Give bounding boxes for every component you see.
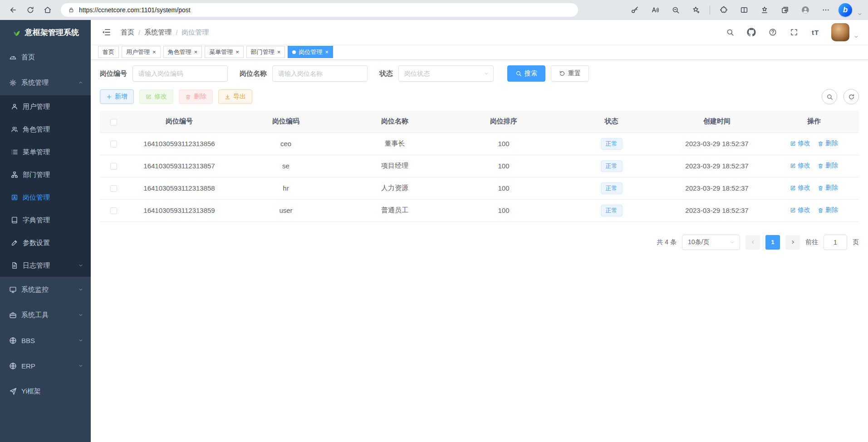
right-toolbar bbox=[822, 89, 859, 104]
table-row[interactable]: 1641030593112313858 hr 人力资源 100 正常 2023-… bbox=[100, 177, 859, 199]
system-management-submenu: 用户管理 角色管理 菜单管理 部门管理 bbox=[0, 95, 91, 277]
sidebar-item-role-management[interactable]: 角色管理 bbox=[0, 118, 91, 141]
fullscreen-button[interactable] bbox=[789, 27, 799, 38]
close-icon[interactable]: × bbox=[235, 49, 239, 55]
status-select-input[interactable] bbox=[398, 65, 494, 82]
sidebar-item-param-settings[interactable]: 参数设置 bbox=[0, 231, 91, 254]
sidebar-item-dept-management[interactable]: 部门管理 bbox=[0, 163, 91, 186]
close-icon[interactable]: × bbox=[152, 49, 156, 55]
sidebar-item-user-management[interactable]: 用户管理 bbox=[0, 95, 91, 118]
tab-user-management[interactable]: 用户管理 × bbox=[122, 46, 161, 58]
row-edit-link[interactable]: 修改 bbox=[790, 139, 810, 147]
page-size-select[interactable]: 10条/页 bbox=[682, 235, 740, 250]
zoom-button[interactable] bbox=[668, 2, 683, 18]
post-name-input[interactable] bbox=[272, 65, 368, 82]
browser-profile-button[interactable] bbox=[798, 2, 813, 18]
tab-dept-management[interactable]: 部门管理 × bbox=[246, 46, 285, 58]
sidebar-item-erp[interactable]: ERP bbox=[0, 353, 91, 378]
user-avatar[interactable] bbox=[831, 23, 849, 41]
row-edit-link[interactable]: 修改 bbox=[790, 206, 810, 214]
chevron-down-icon[interactable] bbox=[857, 11, 863, 17]
reset-button[interactable]: 重置 bbox=[551, 65, 589, 82]
header-search-button[interactable] bbox=[725, 27, 736, 38]
status-badge: 正常 bbox=[601, 182, 623, 194]
favorites-button[interactable] bbox=[757, 2, 772, 18]
add-button[interactable]: 新增 bbox=[100, 89, 134, 104]
search-button[interactable]: 搜索 bbox=[507, 65, 545, 82]
refresh-icon bbox=[848, 93, 855, 100]
password-key-button[interactable] bbox=[627, 2, 642, 18]
select-all-checkbox[interactable] bbox=[110, 119, 117, 126]
table-toolbar: 新增 修改 删除 导出 bbox=[100, 89, 859, 104]
table-row[interactable]: 1641030593112313856 ceo 董事长 100 正常 2023-… bbox=[100, 133, 859, 155]
row-checkbox[interactable] bbox=[110, 163, 117, 170]
breadcrumb-home[interactable]: 首页 bbox=[121, 28, 134, 37]
app-navbar: 首页 / 系统管理 / 岗位管理 bbox=[91, 20, 868, 44]
post-code-input[interactable] bbox=[132, 65, 228, 82]
row-checkbox[interactable] bbox=[110, 141, 117, 147]
sidebar-item-home[interactable]: 首页 bbox=[0, 44, 91, 70]
edit-icon bbox=[11, 239, 18, 246]
more-icon bbox=[822, 6, 830, 14]
close-icon[interactable]: × bbox=[325, 49, 329, 55]
table-row[interactable]: 1641030593112313857 se 项目经理 100 正常 2023-… bbox=[100, 155, 859, 177]
refresh-table-button[interactable] bbox=[843, 89, 859, 104]
sidebar-item-menu-management[interactable]: 菜单管理 bbox=[0, 141, 91, 163]
sidebar-item-dict-management[interactable]: 字典管理 bbox=[0, 209, 91, 231]
help-button[interactable] bbox=[767, 27, 778, 38]
page-number-button[interactable]: 1 bbox=[765, 235, 780, 250]
browser-back-button[interactable] bbox=[5, 2, 21, 18]
edit-button[interactable]: 修改 bbox=[139, 89, 173, 104]
row-delete-link[interactable]: 删除 bbox=[818, 206, 838, 214]
row-delete-link[interactable]: 删除 bbox=[818, 184, 838, 192]
extensions-button[interactable] bbox=[716, 2, 731, 18]
tab-post-management[interactable]: 岗位管理 × bbox=[288, 46, 333, 58]
cell-post-name: 普通员工 bbox=[340, 199, 449, 221]
sidebar-item-log-management[interactable]: 日志管理 bbox=[0, 254, 91, 277]
sidebar-item-post-management[interactable]: 岗位管理 bbox=[0, 186, 91, 209]
tab-role-management[interactable]: 角色管理 × bbox=[163, 46, 202, 58]
table-row[interactable]: 1641030593112313859 user 普通员工 100 正常 202… bbox=[100, 199, 859, 221]
split-screen-button[interactable] bbox=[736, 2, 752, 18]
sidebar-item-system-monitor[interactable]: 系统监控 bbox=[0, 277, 91, 302]
row-delete-link[interactable]: 删除 bbox=[818, 139, 838, 147]
close-icon[interactable]: × bbox=[277, 49, 281, 55]
tab-menu-management[interactable]: 菜单管理 × bbox=[205, 46, 244, 58]
tab-home[interactable]: 首页 bbox=[98, 46, 119, 58]
sidebar-item-yi-framework[interactable]: Yi框架 bbox=[0, 378, 91, 404]
github-link-button[interactable] bbox=[746, 27, 757, 38]
prev-page-button[interactable] bbox=[745, 235, 760, 250]
breadcrumb-system[interactable]: 系统管理 bbox=[144, 28, 172, 37]
read-aloud-button[interactable] bbox=[647, 2, 663, 18]
browser-menu-button[interactable] bbox=[818, 2, 834, 18]
next-page-button[interactable] bbox=[785, 235, 800, 250]
status-select[interactable] bbox=[398, 65, 494, 82]
lock-icon bbox=[68, 7, 74, 13]
delete-button[interactable]: 删除 bbox=[179, 89, 213, 104]
bing-discover-button[interactable]: b bbox=[839, 3, 852, 17]
font-size-button[interactable]: tT bbox=[810, 27, 821, 38]
row-checkbox[interactable] bbox=[110, 207, 117, 214]
address-bar[interactable]: https://ccnetcore.com:1101/system/post bbox=[61, 3, 578, 17]
row-checkbox[interactable] bbox=[110, 185, 117, 192]
browser-home-button[interactable] bbox=[40, 2, 55, 18]
row-edit-link[interactable]: 修改 bbox=[790, 162, 810, 170]
main-area: 首页 / 系统管理 / 岗位管理 bbox=[91, 20, 868, 442]
sidebar-item-system-tools[interactable]: 系统工具 bbox=[0, 302, 91, 328]
add-favorite-button[interactable] bbox=[688, 2, 704, 18]
collections-button[interactable] bbox=[777, 2, 793, 18]
tags-view: 首页 用户管理 × 角色管理 × 菜单管理 × 部门管理 × bbox=[91, 44, 868, 60]
export-button[interactable]: 导出 bbox=[218, 89, 252, 104]
row-edit-link[interactable]: 修改 bbox=[790, 184, 810, 192]
close-icon[interactable]: × bbox=[194, 49, 198, 55]
row-delete-link[interactable]: 删除 bbox=[818, 162, 838, 170]
sidebar-item-bbs[interactable]: BBS bbox=[0, 328, 91, 353]
browser-refresh-button[interactable] bbox=[23, 2, 38, 18]
sidebar-item-system-management[interactable]: 系统管理 bbox=[0, 70, 91, 95]
pagination: 共 4 条 10条/页 1 前往 页 bbox=[100, 235, 859, 250]
sidebar-collapse-button[interactable] bbox=[98, 24, 114, 40]
chevron-down-icon[interactable] bbox=[853, 34, 859, 39]
goto-page-input[interactable] bbox=[824, 235, 847, 250]
hamburger-fold-icon bbox=[102, 28, 111, 37]
toggle-search-button[interactable] bbox=[822, 89, 837, 104]
